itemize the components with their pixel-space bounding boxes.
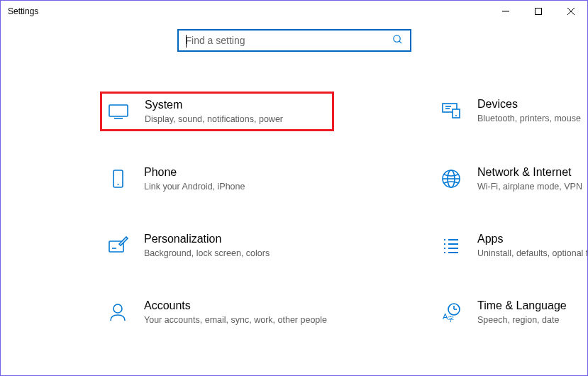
category-system[interactable]: System Display, sound, notifications, po…: [100, 92, 334, 131]
category-time-language[interactable]: A 字 Time & Language Speech, region, date: [433, 293, 588, 331]
category-phone[interactable]: Phone Link your Android, iPhone: [100, 160, 334, 198]
close-button[interactable]: [555, 1, 587, 22]
category-text: Phone Link your Android, iPhone: [144, 165, 328, 192]
category-title: Devices: [477, 97, 588, 111]
search-container: [1, 29, 587, 52]
titlebar: Settings: [1, 1, 587, 22]
svg-rect-7: [109, 105, 128, 116]
category-title: Personalization: [144, 232, 328, 246]
category-apps[interactable]: Apps Uninstall, defaults, optional featu…: [433, 226, 588, 265]
category-desc: Speech, region, date: [477, 314, 588, 326]
category-title: Phone: [144, 165, 328, 179]
maximize-button[interactable]: [522, 1, 555, 22]
svg-point-15: [118, 184, 119, 185]
system-icon: [106, 99, 131, 123]
devices-icon: [439, 99, 463, 123]
category-devices[interactable]: Devices Bluetooth, printers, mouse: [433, 92, 588, 131]
window-title: Settings: [8, 6, 38, 16]
search-input[interactable]: [186, 35, 392, 46]
apps-icon: [439, 233, 463, 258]
category-title: Time & Language: [477, 299, 588, 313]
window-controls: [489, 1, 587, 22]
category-desc: Your accounts, email, sync, work, other …: [144, 314, 328, 326]
category-title: Apps: [477, 232, 588, 246]
search-icon: [392, 34, 403, 48]
personalization-icon: [106, 233, 130, 258]
svg-text:字: 字: [448, 316, 454, 323]
minimize-button[interactable]: [489, 1, 522, 22]
category-text: Devices Bluetooth, printers, mouse: [477, 97, 588, 124]
category-text: Personalization Background, lock screen,…: [144, 232, 328, 259]
svg-rect-10: [453, 109, 460, 118]
category-text: System Display, sound, notifications, po…: [145, 98, 328, 125]
globe-icon: [439, 167, 463, 191]
category-desc: Wi-Fi, airplane mode, VPN: [477, 181, 588, 192]
category-title: Network & Internet: [477, 165, 588, 179]
svg-point-13: [455, 115, 457, 116]
search-box[interactable]: [177, 29, 411, 52]
category-desc: Background, lock screen, colors: [144, 248, 328, 259]
time-language-icon: A 字: [439, 300, 463, 324]
categories-grid: System Display, sound, notifications, po…: [1, 92, 587, 331]
category-accounts[interactable]: Accounts Your accounts, email, sync, wor…: [100, 293, 334, 331]
category-network[interactable]: Network & Internet Wi-Fi, airplane mode,…: [433, 160, 588, 198]
svg-rect-1: [536, 9, 542, 15]
category-title: System: [145, 98, 328, 112]
svg-point-29: [113, 304, 122, 313]
category-desc: Uninstall, defaults, optional features: [477, 248, 588, 259]
category-text: Network & Internet Wi-Fi, airplane mode,…: [477, 165, 588, 192]
text-caret: [186, 35, 187, 48]
phone-icon: [106, 167, 130, 191]
accounts-icon: [106, 300, 130, 324]
category-text: Time & Language Speech, region, date: [477, 299, 588, 326]
category-title: Accounts: [144, 299, 328, 313]
category-personalization[interactable]: Personalization Background, lock screen,…: [100, 226, 334, 265]
svg-line-6: [399, 40, 401, 43]
category-text: Accounts Your accounts, email, sync, wor…: [144, 299, 328, 326]
category-desc: Display, sound, notifications, power: [145, 114, 328, 125]
category-desc: Bluetooth, printers, mouse: [477, 113, 588, 124]
category-text: Apps Uninstall, defaults, optional featu…: [477, 232, 588, 259]
category-desc: Link your Android, iPhone: [144, 181, 328, 192]
